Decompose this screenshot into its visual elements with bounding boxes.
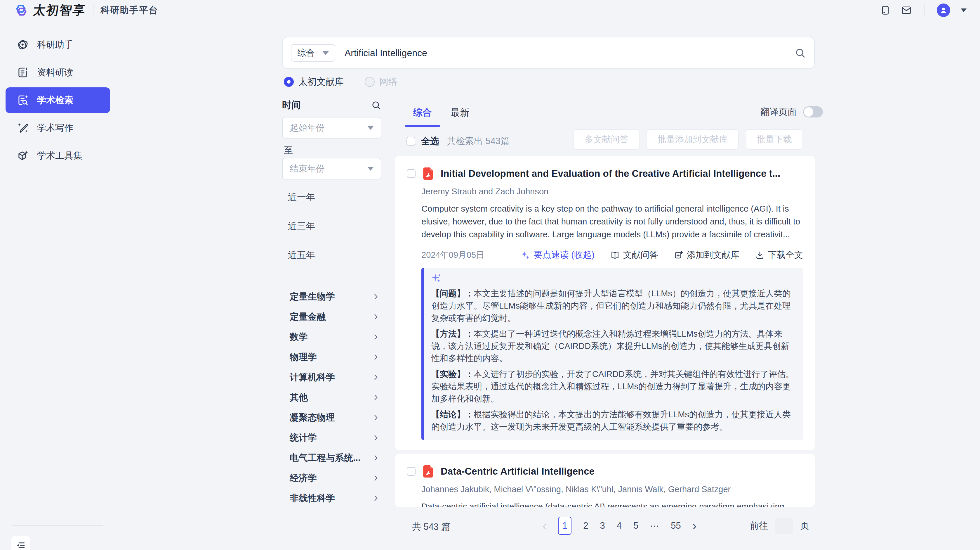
category-label: 计算机科学 xyxy=(290,371,335,383)
bulk-download-button[interactable]: 批量下载 xyxy=(746,129,803,150)
page-1[interactable]: 1 xyxy=(558,517,571,535)
category-label: 电气工程与系统... xyxy=(290,452,361,464)
category-label: 数学 xyxy=(290,331,308,343)
brand-logo-icon xyxy=(13,3,29,17)
chevron-down-icon xyxy=(368,126,374,130)
document-search-icon xyxy=(17,94,29,106)
category-label: 定量金融 xyxy=(290,311,326,323)
summary-problem: 【问题】：本文主要描述的问题是如何提升大型语言模型（LLMs）的创造力，使其更接… xyxy=(431,287,795,324)
key-points-label: 要点速读 (收起) xyxy=(534,249,595,261)
sidebar-item-academic-search[interactable]: 学术检索 xyxy=(6,88,110,113)
category-label: 其他 xyxy=(290,391,308,403)
summary-method: 【方法】：本文提出了一种通过迭代的概念注入和精炼过程来增强LLMs创造力的方法。… xyxy=(431,328,795,364)
category-computer-science[interactable]: 计算机科学 xyxy=(282,367,381,387)
brand-divider xyxy=(93,5,94,15)
sidebar-item-label: 学术检索 xyxy=(37,94,73,106)
multi-doc-qa-button[interactable]: 多文献问答 xyxy=(574,129,640,150)
start-year-select[interactable]: 起始年份 xyxy=(282,117,381,139)
chevron-right-icon xyxy=(372,414,380,421)
download-fulltext-button[interactable]: 下载全文 xyxy=(755,249,803,261)
category-physics[interactable]: 物理学 xyxy=(282,347,381,367)
category-condensed-matter[interactable]: 凝聚态物理 xyxy=(282,407,381,427)
search-scope-select[interactable]: 综合 xyxy=(291,44,335,62)
category-label: 非线性科学 xyxy=(290,492,335,504)
filter-search-icon[interactable] xyxy=(371,100,381,110)
sidebar-item-label: 资料研读 xyxy=(37,66,73,79)
category-list: 定量生物学 定量金融 数学 物理学 计算机科学 其他 凝聚态物理 统计学 电气工… xyxy=(282,286,381,508)
sidebar-item-label: 学术写作 xyxy=(37,122,73,134)
sidebar-item-academic-writing[interactable]: 学术写作 xyxy=(6,115,110,141)
library-add-icon xyxy=(674,250,683,260)
sidebar-item-label: 科研助手 xyxy=(37,38,73,51)
source-radio-web[interactable] xyxy=(365,77,375,87)
result-checkbox[interactable] xyxy=(407,467,415,476)
chevron-right-icon xyxy=(372,454,380,462)
search-input[interactable] xyxy=(345,48,785,59)
sparkle-icon xyxy=(520,250,530,260)
prev-page-icon[interactable]: ‹ xyxy=(542,520,546,532)
result-title[interactable]: Initial Development and Evaluation of th… xyxy=(441,168,780,179)
quick-link-last-3-years[interactable]: 近三年 xyxy=(288,220,315,232)
page-ellipsis[interactable]: ··· xyxy=(650,520,659,531)
end-year-select[interactable]: 结束年份 xyxy=(282,158,381,179)
category-other[interactable]: 其他 xyxy=(282,387,381,407)
category-label: 凝聚态物理 xyxy=(290,411,335,424)
sidebar-item-material-reading[interactable]: 资料研读 xyxy=(6,60,110,85)
chevron-right-icon xyxy=(372,394,380,401)
category-electrical-engineering[interactable]: 电气工程与系统... xyxy=(282,448,381,468)
source-radio-taichu[interactable] xyxy=(284,77,294,87)
category-nonlinear-science[interactable]: 非线性科学 xyxy=(282,488,381,508)
summary-text: 本文主要描述的问题是如何提升大型语言模型（LLMs）的创造力，使其更接近人类的创… xyxy=(431,289,791,323)
page-5[interactable]: 5 xyxy=(633,520,638,531)
goto-page-input[interactable] xyxy=(775,518,793,534)
pencil-sparkle-icon xyxy=(17,122,29,134)
tab-latest[interactable]: 最新 xyxy=(450,106,469,127)
next-page-icon[interactable]: › xyxy=(693,520,697,532)
book-icon xyxy=(610,250,620,260)
category-economics[interactable]: 经济学 xyxy=(282,468,381,488)
chevron-right-icon xyxy=(372,474,380,482)
category-quant-finance[interactable]: 定量金融 xyxy=(282,306,381,327)
page-2[interactable]: 2 xyxy=(583,520,588,531)
chevron-right-icon xyxy=(372,333,380,341)
page-55[interactable]: 55 xyxy=(671,520,681,531)
pdf-icon xyxy=(423,167,433,180)
research-assistant-icon xyxy=(17,38,29,51)
translate-toggle[interactable] xyxy=(803,106,823,118)
device-icon[interactable] xyxy=(880,5,891,16)
page-3[interactable]: 3 xyxy=(600,520,605,531)
category-label: 经济学 xyxy=(290,472,317,484)
category-math[interactable]: 数学 xyxy=(282,327,381,347)
add-to-library-button[interactable]: 添加到文献库 xyxy=(674,249,740,261)
mail-icon[interactable] xyxy=(901,5,912,16)
result-card-2: Data-Centric Artificial Intelligence Joh… xyxy=(395,454,815,507)
goto-label: 前往 xyxy=(750,520,768,532)
result-title[interactable]: Data-Centric Artificial Intelligence xyxy=(441,466,595,477)
page-4[interactable]: 4 xyxy=(617,520,622,531)
summary-text: 本文进行了初步的实验，开发了CAIRDD系统，并对其关键组件的有效性进行了评估。… xyxy=(431,369,794,403)
doc-qa-label: 文献问答 xyxy=(623,249,658,261)
summary-text: 根据实验得出的结论，本文提出的方法能够有效提升LLMs的创造力，使其更接近人类的… xyxy=(431,410,791,431)
result-authors: Jeremy Straub and Zach Johnson xyxy=(422,187,803,196)
chevron-right-icon xyxy=(372,353,380,361)
doc-qa-button[interactable]: 文献问答 xyxy=(610,249,658,261)
category-quant-biology[interactable]: 定量生物学 xyxy=(282,286,381,306)
category-label: 统计学 xyxy=(290,432,317,444)
sidebar-collapse-button[interactable] xyxy=(11,536,30,550)
avatar[interactable] xyxy=(937,3,950,17)
account-caret-icon[interactable] xyxy=(961,8,967,12)
select-all-checkbox[interactable] xyxy=(406,137,415,145)
time-filter-title: 时间 xyxy=(282,99,301,112)
summary-conclusion: 【结论】：根据实验得出的结论，本文提出的方法能够有效提升LLMs的创造力，使其更… xyxy=(431,408,795,433)
search-icon[interactable] xyxy=(794,47,806,59)
sidebar-item-research-assistant[interactable]: 科研助手 xyxy=(6,32,110,57)
quick-link-last-year[interactable]: 近一年 xyxy=(288,191,315,203)
result-checkbox[interactable] xyxy=(407,169,415,178)
bulk-add-library-button[interactable]: 批量添加到文献库 xyxy=(646,129,739,150)
bulk-actions: 多文献问答 批量添加到文献库 批量下载 xyxy=(574,129,803,150)
category-statistics[interactable]: 统计学 xyxy=(282,427,381,448)
key-points-button[interactable]: 要点速读 (收起) xyxy=(520,249,595,261)
tab-comprehensive[interactable]: 综合 xyxy=(413,106,432,127)
sidebar-item-academic-toolkit[interactable]: 学术工具集 xyxy=(6,143,110,169)
quick-link-last-5-years[interactable]: 近五年 xyxy=(288,249,315,261)
